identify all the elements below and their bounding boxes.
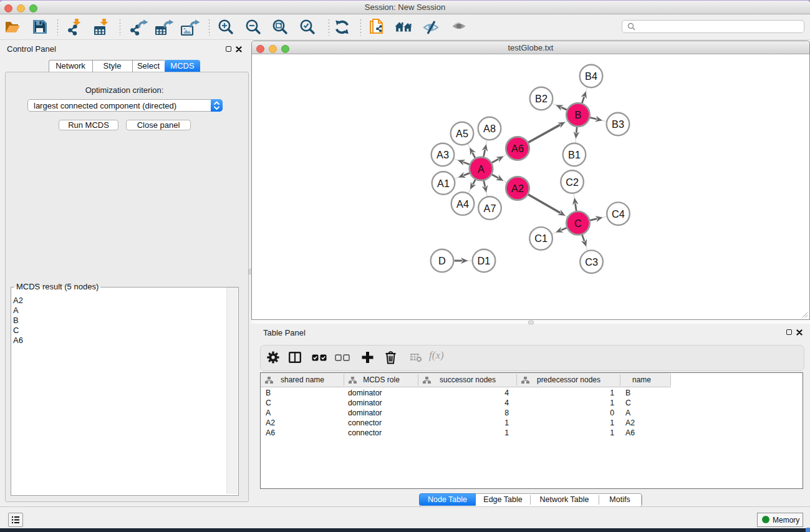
svg-text:B1: B1 [568,149,581,160]
svg-text:A2: A2 [511,183,524,194]
svg-text:C2: C2 [566,177,579,188]
svg-text:A5: A5 [456,128,468,139]
svg-text:C: C [574,218,582,229]
svg-text:D1: D1 [478,255,491,266]
svg-text:B4: B4 [585,70,597,82]
svg-text:C1: C1 [534,233,547,244]
svg-text:D: D [438,255,446,266]
svg-text:B: B [575,109,582,120]
svg-text:A1: A1 [437,178,450,189]
svg-text:A7: A7 [484,203,496,214]
svg-text:C4: C4 [612,208,625,220]
svg-text:A8: A8 [483,123,496,134]
svg-text:B2: B2 [535,93,547,104]
svg-text:A6: A6 [511,143,524,154]
svg-text:C3: C3 [585,256,598,268]
svg-text:A3: A3 [436,149,449,160]
svg-text:B3: B3 [612,118,624,130]
svg-text:A: A [478,163,485,175]
svg-text:A4: A4 [456,198,469,210]
